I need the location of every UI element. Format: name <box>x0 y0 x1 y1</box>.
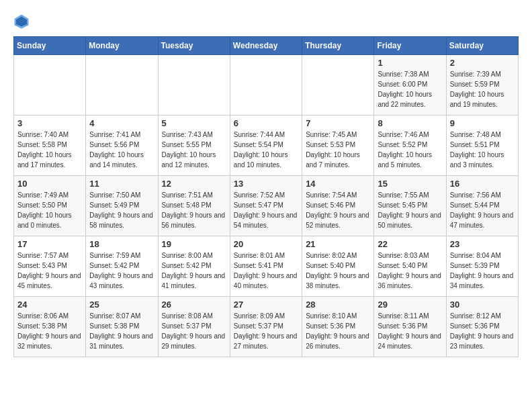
calendar-cell: 14Sunrise: 7:54 AMSunset: 5:46 PMDayligh… <box>302 176 374 236</box>
calendar-cell <box>302 55 374 116</box>
calendar-cell: 17Sunrise: 7:57 AMSunset: 5:43 PMDayligh… <box>14 236 86 297</box>
calendar-cell: 13Sunrise: 7:52 AMSunset: 5:47 PMDayligh… <box>230 176 302 236</box>
day-header-friday: Friday <box>374 37 446 55</box>
calendar-cell: 23Sunrise: 8:04 AMSunset: 5:39 PMDayligh… <box>446 236 518 297</box>
day-number: 25 <box>89 300 154 310</box>
day-info: Sunrise: 7:39 AMSunset: 5:59 PMDaylight:… <box>450 69 515 109</box>
calendar-cell: 3Sunrise: 7:40 AMSunset: 5:58 PMDaylight… <box>14 116 86 176</box>
day-number: 26 <box>162 300 226 310</box>
calendar-week-4: 17Sunrise: 7:57 AMSunset: 5:43 PMDayligh… <box>14 236 519 297</box>
calendar-cell: 22Sunrise: 8:03 AMSunset: 5:40 PMDayligh… <box>374 236 446 297</box>
logo-icon <box>13 13 30 30</box>
calendar-cell: 25Sunrise: 8:07 AMSunset: 5:38 PMDayligh… <box>86 297 158 357</box>
calendar-cell: 26Sunrise: 8:08 AMSunset: 5:37 PMDayligh… <box>158 297 230 357</box>
day-number: 10 <box>17 179 82 189</box>
day-number: 29 <box>378 300 442 310</box>
calendar-week-1: 1Sunrise: 7:38 AMSunset: 6:00 PMDaylight… <box>14 55 519 116</box>
calendar-cell: 15Sunrise: 7:55 AMSunset: 5:45 PMDayligh… <box>374 176 446 236</box>
day-info: Sunrise: 7:43 AMSunset: 5:55 PMDaylight:… <box>162 130 226 170</box>
day-header-sunday: Sunday <box>14 37 86 55</box>
day-number: 19 <box>162 239 226 249</box>
calendar-cell: 12Sunrise: 7:51 AMSunset: 5:48 PMDayligh… <box>158 176 230 236</box>
day-info: Sunrise: 8:07 AMSunset: 5:38 PMDaylight:… <box>89 311 154 351</box>
day-number: 20 <box>234 239 298 249</box>
day-header-thursday: Thursday <box>302 37 374 55</box>
calendar-cell: 7Sunrise: 7:45 AMSunset: 5:53 PMDaylight… <box>302 116 374 176</box>
calendar-cell <box>14 55 86 116</box>
day-number: 24 <box>17 300 82 310</box>
day-info: Sunrise: 8:00 AMSunset: 5:42 PMDaylight:… <box>162 250 226 291</box>
day-info: Sunrise: 7:45 AMSunset: 5:53 PMDaylight:… <box>306 130 370 170</box>
calendar-header <box>13 13 519 30</box>
calendar-cell: 30Sunrise: 8:12 AMSunset: 5:36 PMDayligh… <box>446 297 518 357</box>
day-number: 5 <box>162 118 226 128</box>
calendar-cell <box>86 55 158 116</box>
calendar-cell: 5Sunrise: 7:43 AMSunset: 5:55 PMDaylight… <box>158 116 230 176</box>
day-info: Sunrise: 7:48 AMSunset: 5:51 PMDaylight:… <box>450 130 515 170</box>
day-info: Sunrise: 8:01 AMSunset: 5:41 PMDaylight:… <box>234 250 298 291</box>
day-header-monday: Monday <box>86 37 158 55</box>
day-number: 4 <box>89 118 154 128</box>
day-info: Sunrise: 7:59 AMSunset: 5:42 PMDaylight:… <box>89 250 154 291</box>
day-info: Sunrise: 7:57 AMSunset: 5:43 PMDaylight:… <box>17 250 82 291</box>
calendar-cell: 28Sunrise: 8:10 AMSunset: 5:36 PMDayligh… <box>302 297 374 357</box>
day-info: Sunrise: 8:03 AMSunset: 5:40 PMDaylight:… <box>378 250 442 291</box>
day-info: Sunrise: 8:08 AMSunset: 5:37 PMDaylight:… <box>162 311 226 351</box>
day-number: 7 <box>306 118 370 128</box>
calendar-week-3: 10Sunrise: 7:49 AMSunset: 5:50 PMDayligh… <box>14 176 519 236</box>
day-info: Sunrise: 8:06 AMSunset: 5:38 PMDaylight:… <box>17 311 82 351</box>
calendar-cell: 24Sunrise: 8:06 AMSunset: 5:38 PMDayligh… <box>14 297 86 357</box>
calendar-cell: 29Sunrise: 8:11 AMSunset: 5:36 PMDayligh… <box>374 297 446 357</box>
day-number: 18 <box>89 239 154 249</box>
calendar-cell: 19Sunrise: 8:00 AMSunset: 5:42 PMDayligh… <box>158 236 230 297</box>
calendar-cell: 2Sunrise: 7:39 AMSunset: 5:59 PMDaylight… <box>446 55 518 116</box>
day-info: Sunrise: 8:11 AMSunset: 5:36 PMDaylight:… <box>378 311 442 351</box>
day-info: Sunrise: 7:46 AMSunset: 5:52 PMDaylight:… <box>378 130 442 170</box>
calendar-cell: 18Sunrise: 7:59 AMSunset: 5:42 PMDayligh… <box>86 236 158 297</box>
day-info: Sunrise: 7:55 AMSunset: 5:45 PMDaylight:… <box>378 190 442 230</box>
day-number: 15 <box>378 179 442 189</box>
day-number: 30 <box>450 300 515 310</box>
day-number: 23 <box>450 239 515 249</box>
day-number: 16 <box>450 179 515 189</box>
calendar-week-5: 24Sunrise: 8:06 AMSunset: 5:38 PMDayligh… <box>14 297 519 357</box>
day-number: 1 <box>378 58 442 68</box>
calendar-cell: 21Sunrise: 8:02 AMSunset: 5:40 PMDayligh… <box>302 236 374 297</box>
day-header-tuesday: Tuesday <box>158 37 230 55</box>
day-number: 11 <box>89 179 154 189</box>
day-info: Sunrise: 8:12 AMSunset: 5:36 PMDaylight:… <box>450 311 515 351</box>
day-number: 13 <box>234 179 298 189</box>
day-number: 28 <box>306 300 370 310</box>
day-number: 21 <box>306 239 370 249</box>
day-info: Sunrise: 7:38 AMSunset: 6:00 PMDaylight:… <box>378 69 442 109</box>
calendar-table: SundayMondayTuesdayWednesdayThursdayFrid… <box>13 36 519 357</box>
day-number: 2 <box>450 58 515 68</box>
calendar-header-row: SundayMondayTuesdayWednesdayThursdayFrid… <box>14 37 519 55</box>
calendar-cell: 10Sunrise: 7:49 AMSunset: 5:50 PMDayligh… <box>14 176 86 236</box>
day-number: 27 <box>234 300 298 310</box>
day-info: Sunrise: 7:49 AMSunset: 5:50 PMDaylight:… <box>17 190 82 230</box>
day-info: Sunrise: 7:41 AMSunset: 5:56 PMDaylight:… <box>89 130 154 170</box>
calendar-cell: 1Sunrise: 7:38 AMSunset: 6:00 PMDaylight… <box>374 55 446 116</box>
calendar-cell <box>158 55 230 116</box>
day-header-wednesday: Wednesday <box>230 37 302 55</box>
day-number: 12 <box>162 179 226 189</box>
calendar-cell: 4Sunrise: 7:41 AMSunset: 5:56 PMDaylight… <box>86 116 158 176</box>
calendar-cell: 9Sunrise: 7:48 AMSunset: 5:51 PMDaylight… <box>446 116 518 176</box>
day-header-saturday: Saturday <box>446 37 518 55</box>
calendar-cell: 27Sunrise: 8:09 AMSunset: 5:37 PMDayligh… <box>230 297 302 357</box>
calendar-cell <box>230 55 302 116</box>
calendar-week-2: 3Sunrise: 7:40 AMSunset: 5:58 PMDaylight… <box>14 116 519 176</box>
calendar-cell: 11Sunrise: 7:50 AMSunset: 5:49 PMDayligh… <box>86 176 158 236</box>
day-number: 22 <box>378 239 442 249</box>
day-info: Sunrise: 7:51 AMSunset: 5:48 PMDaylight:… <box>162 190 226 230</box>
day-number: 6 <box>234 118 298 128</box>
day-info: Sunrise: 7:50 AMSunset: 5:49 PMDaylight:… <box>89 190 154 230</box>
day-info: Sunrise: 7:40 AMSunset: 5:58 PMDaylight:… <box>17 130 82 170</box>
calendar-cell: 6Sunrise: 7:44 AMSunset: 5:54 PMDaylight… <box>230 116 302 176</box>
day-number: 8 <box>378 118 442 128</box>
day-number: 17 <box>17 239 82 249</box>
day-info: Sunrise: 8:04 AMSunset: 5:39 PMDaylight:… <box>450 250 515 291</box>
logo <box>13 13 32 30</box>
day-number: 9 <box>450 118 515 128</box>
